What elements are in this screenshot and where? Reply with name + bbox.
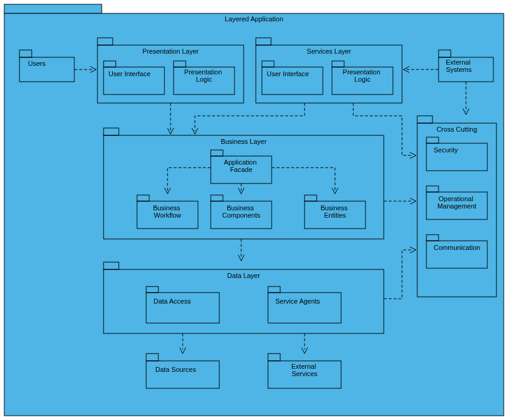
business-layer-title: Business Layer	[220, 138, 267, 145]
uml-package-diagram: Layered Application Users Presentation L…	[0, 0, 508, 420]
presentation-layer-title: Presentation Layer	[143, 48, 199, 55]
presentation-ui-label: User Interface	[108, 70, 150, 77]
data-sources-label: Data Sources	[155, 366, 196, 373]
external-services-label: External Services	[291, 363, 317, 377]
external-systems-label: External Systems	[446, 59, 472, 73]
users-label: Users	[28, 60, 46, 67]
communication-label: Communication	[434, 244, 480, 251]
data-layer-title: Data Layer	[227, 272, 260, 279]
data-access-label: Data Access	[153, 297, 191, 305]
svg-rect-0	[4, 4, 102, 13]
business-workflow-label: Business Workflow	[153, 204, 182, 219]
layered-application-title: Layered Application	[225, 15, 283, 23]
op-mgmt-label: Operational Management	[437, 195, 476, 210]
security-label: Security	[434, 146, 458, 154]
service-agents-label: Service Agents	[275, 297, 320, 305]
cross-cutting-title: Cross Cutting	[437, 126, 478, 133]
business-components-label: Business Components	[222, 204, 261, 219]
services-layer-title: Services Layer	[307, 48, 351, 55]
services-ui-label: User Interface	[267, 70, 309, 77]
business-entities-label: Business Entities	[320, 204, 350, 219]
